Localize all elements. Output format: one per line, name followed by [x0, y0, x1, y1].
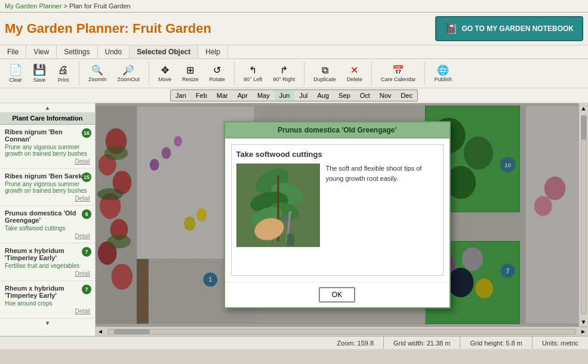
menu-file[interactable]: File [0, 45, 26, 58]
save-button[interactable]: 💾 Save [29, 62, 50, 85]
status-units: Units: metric [532, 337, 588, 349]
menu-settings[interactable]: Settings [57, 45, 97, 58]
resize-icon: ⊞ [186, 64, 194, 76]
zoomout-button[interactable]: 🔎 ZoomOut [113, 63, 144, 84]
month-jan[interactable]: Jan [171, 90, 191, 101]
resize-label: Resize [182, 76, 199, 82]
resize-button[interactable]: ⊞ Resize [178, 63, 203, 84]
modal-content: Take softwood cuttings [225, 138, 450, 282]
plant-name-3: Prunus domestica 'Old Greengage' [5, 209, 90, 224]
rotate-right-button[interactable]: ↱ 90° Right [269, 63, 299, 84]
sidebar-scroll-up[interactable]: ▲ [0, 103, 95, 112]
rotate-left-icon: ↰ [249, 64, 257, 76]
vscroll-track[interactable] [581, 115, 587, 314]
print-button[interactable]: 🖨 Print [53, 62, 74, 85]
plant-detail-link-4[interactable]: Detail [5, 270, 90, 277]
garden-canvas-area[interactable]: 1 10 [96, 103, 588, 336]
month-may[interactable]: May [253, 90, 275, 101]
menu-selected-object[interactable]: Selected Object [130, 45, 198, 58]
notebook-icon: 📓 [445, 22, 458, 35]
plant-name-4: Rheum x hybridum 'Timperley Early' [5, 247, 90, 261]
modal-ok-button[interactable]: OK [319, 287, 355, 303]
svg-rect-56 [287, 234, 294, 246]
modal-title: Prunus domestica 'Old Greengage' [225, 122, 450, 138]
menu-undo[interactable]: Undo [98, 45, 130, 58]
horizontal-scrollbar[interactable]: ◄ ► [96, 326, 588, 336]
zoomin-label: ZoomIn [88, 76, 107, 82]
menu-bar: File View Settings Undo Selected Object … [0, 45, 588, 59]
save-label: Save [33, 77, 46, 83]
modal-image [236, 164, 320, 247]
menu-view[interactable]: View [26, 45, 57, 58]
status-grid-width: Grid width: 21.38 m [384, 337, 460, 349]
month-mar[interactable]: Mar [212, 90, 233, 101]
month-jun[interactable]: Jun [275, 90, 295, 101]
modal-body: The soft and flexible shoot tips of youn… [236, 164, 438, 247]
move-button[interactable]: ✥ Move [154, 63, 176, 84]
modal-scroll-area[interactable]: Take softwood cuttings [231, 144, 444, 276]
plant-badge-3: 9 [82, 209, 91, 219]
clear-button[interactable]: 📄 Clear [5, 62, 26, 85]
delete-icon: ✕ [350, 64, 358, 76]
toolbar-separator-1 [79, 61, 79, 85]
publish-icon: 🌐 [437, 64, 449, 76]
publish-button[interactable]: 🌐 Publish [430, 63, 456, 84]
plant-detail-link-1[interactable]: Detail [5, 158, 90, 165]
sidebar-title: Plant Care Information [0, 112, 95, 125]
rotate-button[interactable]: ↺ Rotate [205, 63, 230, 84]
rotate-left-button[interactable]: ↰ 90° Left [239, 63, 266, 84]
plant-care-2: Prune any vigorous summer growth on trai… [5, 181, 90, 194]
rotate-label: Rotate [210, 76, 226, 82]
delete-button[interactable]: ✕ Delete [343, 63, 367, 84]
title-garden-name: Fruit Garden [133, 21, 211, 36]
notebook-button-label: GO TO MY GARDEN NOTEBOOK [461, 24, 574, 33]
zoomin-button[interactable]: 🔍 ZoomIn [84, 63, 111, 84]
month-oct[interactable]: Oct [355, 90, 375, 101]
list-item: Rheum x hybridum 'Timperley Early' 7 Fer… [0, 243, 95, 281]
zoomout-label: ZoomOut [118, 76, 140, 82]
plant-name-1: Ribes nigrum 'Ben Connan' [5, 128, 90, 143]
list-item: Ribes nigrum 'Ben Sarek' 15 Prune any vi… [0, 169, 95, 206]
plant-detail-link-2[interactable]: Detail [5, 195, 90, 202]
menu-help[interactable]: Help [198, 45, 228, 58]
month-feb[interactable]: Feb [191, 90, 212, 101]
toolbar-separator-3 [234, 61, 235, 85]
hscroll-left-button[interactable]: ◄ [96, 327, 105, 336]
month-bar: Jan Feb Mar Apr May Jun Jul Aug Sep Oct … [0, 88, 588, 103]
vscroll-thumb[interactable] [581, 116, 586, 140]
plant-badge-4: 7 [82, 247, 91, 257]
move-label: Move [158, 76, 171, 82]
plant-badge-2: 15 [82, 172, 91, 182]
month-apr[interactable]: Apr [233, 90, 253, 101]
care-calendar-button[interactable]: 📅 Care Calendar [377, 63, 420, 84]
hscroll-track[interactable] [107, 329, 576, 335]
care-calendar-label: Care Calendar [381, 76, 416, 82]
plant-badge-1: 16 [82, 128, 91, 138]
breadcrumb-home-link[interactable]: My Garden Planner [5, 2, 61, 10]
duplicate-button[interactable]: ⧉ Duplicate [309, 63, 340, 84]
month-jul[interactable]: Jul [294, 90, 312, 101]
vscroll-up-button[interactable]: ▲ [579, 103, 588, 113]
toolbar-separator-5 [371, 61, 372, 85]
modal-footer: OK [225, 282, 450, 307]
month-aug[interactable]: Aug [312, 90, 334, 101]
vertical-scrollbar[interactable]: ▲ ▼ [578, 103, 588, 326]
publish-label: Publish [434, 76, 452, 82]
zoomout-icon: 🔎 [122, 64, 134, 76]
month-dec[interactable]: Dec [396, 90, 417, 101]
month-sep[interactable]: Sep [334, 90, 355, 101]
plant-detail-link-5[interactable]: Detail [5, 308, 90, 314]
list-item: Ribes nigrum 'Ben Connan' 16 Prune any v… [0, 125, 95, 169]
delete-label: Delete [347, 76, 362, 82]
plant-detail-link-3[interactable]: Detail [5, 233, 90, 239]
vscroll-down-button[interactable]: ▼ [579, 317, 588, 326]
sidebar-scroll-down[interactable]: ▼ [0, 319, 95, 328]
month-nov[interactable]: Nov [375, 90, 396, 101]
hscroll-right-button[interactable]: ► [578, 327, 588, 336]
plant-name-2: Ribes nigrum 'Ben Sarek' [5, 172, 90, 180]
hscroll-thumb[interactable] [114, 329, 150, 334]
print-icon: 🖨 [58, 64, 69, 77]
rotate-left-label: 90° Left [244, 76, 262, 82]
notebook-button[interactable]: 📓 GO TO MY GARDEN NOTEBOOK [435, 16, 583, 41]
modal-heading: Take softwood cuttings [236, 150, 438, 159]
